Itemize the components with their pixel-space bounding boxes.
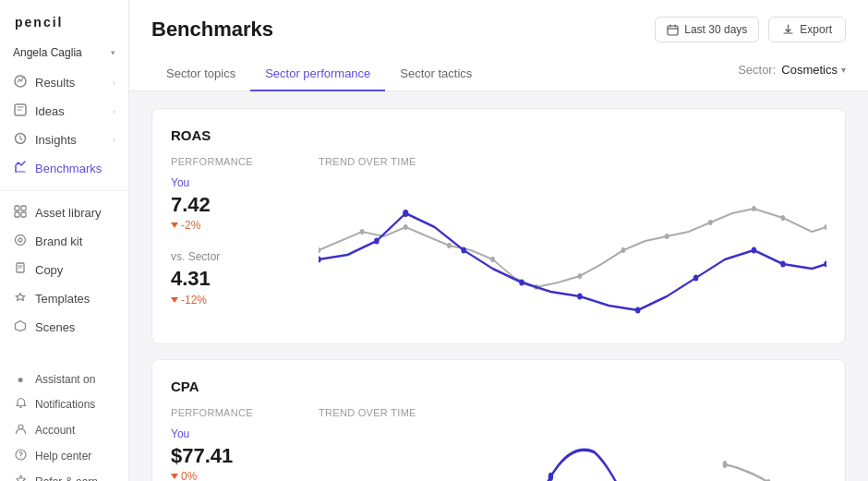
app-logo: pencil	[0, 0, 128, 41]
sidebar-item-help[interactable]: Help center	[0, 443, 128, 469]
svg-point-28	[374, 238, 380, 245]
roas-you-change-value: -2%	[181, 219, 200, 232]
date-range-label: Last 30 days	[684, 23, 747, 36]
svg-point-29	[403, 210, 408, 217]
sidebar-item-results[interactable]: Results ›	[0, 68, 128, 97]
sidebar-item-label: Help center	[35, 450, 91, 463]
nav-divider	[0, 190, 128, 191]
ideas-chevron-icon: ›	[113, 107, 115, 116]
insights-chevron-icon: ›	[113, 136, 115, 145]
svg-rect-4	[21, 206, 26, 210]
templates-icon	[13, 291, 28, 307]
cpa-card: CPA Performance You $77.41 0% Trend over…	[151, 359, 846, 481]
sidebar-item-copy[interactable]: Copy	[0, 256, 128, 284]
sector-dropdown[interactable]: Cosmetics ▾	[781, 63, 846, 77]
svg-point-33	[635, 307, 641, 314]
sidebar-item-label: Refer & earn	[35, 475, 98, 481]
content-area: ROAS Performance You 7.42 -2% vs. Sector	[129, 91, 868, 481]
page-title: Benchmarks	[151, 18, 273, 42]
roas-you-value: 7.42	[171, 193, 300, 217]
svg-point-7	[16, 235, 26, 246]
svg-point-36	[780, 261, 786, 268]
sidebar: pencil Angela Caglia ▾ Results › Ideas ›…	[0, 0, 129, 481]
roas-vs-label: vs. Sector	[171, 250, 300, 263]
sidebar-item-benchmarks[interactable]: Benchmarks	[0, 154, 128, 183]
svg-point-15	[360, 229, 365, 234]
export-icon	[782, 24, 794, 36]
roas-vs-value: 4.31	[171, 267, 300, 291]
copy-icon	[13, 262, 28, 278]
sidebar-item-insights[interactable]: Insights ›	[0, 126, 128, 154]
sidebar-item-label: Scenes	[35, 320, 75, 334]
svg-rect-6	[21, 212, 26, 217]
svg-point-8	[18, 238, 22, 242]
svg-point-21	[621, 247, 626, 253]
user-menu[interactable]: Angela Caglia ▾	[0, 41, 128, 65]
sidebar-item-asset-library[interactable]: Asset library	[0, 198, 128, 227]
date-range-button[interactable]: Last 30 days	[655, 17, 759, 42]
scenes-icon	[13, 319, 28, 335]
sidebar-item-refer[interactable]: Refer & earn	[0, 469, 128, 481]
svg-point-17	[447, 243, 452, 248]
roas-vs-change: -12%	[171, 294, 300, 307]
benchmarks-icon	[13, 161, 28, 176]
cpa-title: CPA	[171, 379, 826, 394]
notifications-icon	[13, 397, 28, 412]
svg-point-26	[825, 224, 826, 230]
ideas-icon	[13, 103, 28, 119]
cpa-trend-col: Trend over time	[319, 407, 826, 481]
header-top: Benchmarks Last 30 days Export	[151, 17, 846, 42]
refer-icon	[13, 475, 28, 481]
assistant-icon: ●	[13, 373, 28, 386]
sidebar-item-ideas[interactable]: Ideas ›	[0, 97, 128, 126]
svg-point-41	[723, 461, 728, 468]
svg-point-16	[404, 224, 408, 230]
sidebar-item-label: Asset library	[35, 206, 102, 220]
sidebar-item-assistant[interactable]: ● Assistant on	[0, 367, 128, 391]
svg-point-23	[708, 220, 713, 225]
tabs-bar: Sector topics Sector performance Sector …	[151, 57, 846, 90]
brand-kit-icon	[13, 234, 28, 249]
user-chevron-icon: ▾	[111, 48, 115, 57]
roas-card: ROAS Performance You 7.42 -2% vs. Sector	[151, 108, 846, 344]
svg-point-0	[15, 76, 26, 87]
tab-sector-tactics[interactable]: Sector tactics	[385, 57, 487, 91]
sidebar-item-label: Results	[35, 76, 75, 90]
tab-sector-performance[interactable]: Sector performance	[250, 57, 385, 91]
user-name: Angela Caglia	[13, 46, 82, 59]
calendar-icon	[667, 24, 679, 36]
sidebar-item-scenes[interactable]: Scenes	[0, 313, 128, 342]
svg-point-20	[578, 273, 583, 279]
sidebar-bottom: ● Assistant on Notifications Account Hel…	[0, 360, 128, 481]
svg-rect-13	[668, 26, 678, 35]
sidebar-item-templates[interactable]: Templates	[0, 284, 128, 313]
insights-icon	[13, 132, 28, 148]
sidebar-item-brand-kit[interactable]: Brand kit	[0, 227, 128, 256]
sidebar-item-notifications[interactable]: Notifications	[0, 391, 128, 417]
tab-sector-topics[interactable]: Sector topics	[151, 57, 250, 91]
roas-body: Performance You 7.42 -2% vs. Sector 4.31	[171, 156, 826, 325]
cpa-you-section: You $77.41 0%	[171, 427, 300, 481]
svg-point-27	[319, 257, 321, 263]
asset-library-icon	[13, 205, 28, 221]
roas-you-label: You	[171, 176, 300, 189]
roas-trend-label: Trend over time	[319, 156, 826, 167]
svg-point-12	[20, 457, 21, 458]
svg-point-39	[549, 472, 554, 480]
cpa-you-label: You	[171, 427, 300, 440]
tabs-list: Sector topics Sector performance Sector …	[151, 57, 487, 90]
page-header: Benchmarks Last 30 days Export Sector to…	[129, 0, 868, 91]
svg-point-35	[752, 247, 757, 254]
roas-you-change-icon	[171, 222, 178, 228]
sidebar-item-label: Brand kit	[35, 234, 82, 248]
export-button[interactable]: Export	[768, 17, 846, 42]
main-content: Benchmarks Last 30 days Export Sector to…	[129, 0, 868, 481]
roas-vs-change-value: -12%	[181, 294, 207, 307]
cpa-you-change-icon	[171, 474, 178, 479]
sidebar-item-account[interactable]: Account	[0, 417, 128, 443]
sidebar-item-label: Notifications	[35, 398, 95, 411]
sidebar-item-label: Benchmarks	[35, 162, 102, 175]
sidebar-item-label: Insights	[35, 133, 77, 147]
roas-title: ROAS	[171, 127, 826, 143]
main-nav: Results › Ideas › Insights › Benchmarks	[0, 65, 128, 345]
